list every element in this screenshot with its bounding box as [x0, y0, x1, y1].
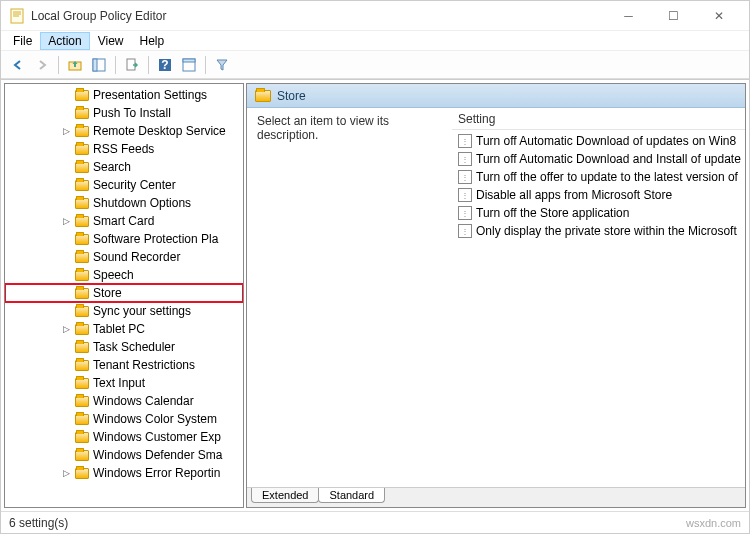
folder-icon	[75, 342, 89, 353]
tree-item[interactable]: Smart Card	[5, 212, 243, 230]
folder-icon	[75, 468, 89, 479]
setting-item[interactable]: ⋮Only display the private store within t…	[452, 222, 745, 240]
tree-item[interactable]: Sound Recorder	[5, 248, 243, 266]
tree-item-label: Sound Recorder	[93, 250, 180, 264]
tree-item[interactable]: Windows Calendar	[5, 392, 243, 410]
tree-pane: Presentation SettingsPush To InstallRemo…	[4, 83, 244, 508]
tree-item[interactable]: Windows Customer Exp	[5, 428, 243, 446]
menu-action[interactable]: Action	[40, 32, 89, 50]
tree-item-label: Task Scheduler	[93, 340, 175, 354]
policy-icon: ⋮	[458, 170, 472, 184]
tree-item[interactable]: Security Center	[5, 176, 243, 194]
tree-item[interactable]: Presentation Settings	[5, 86, 243, 104]
folder-icon	[75, 414, 89, 425]
statusbar: 6 setting(s) wsxdn.com	[1, 511, 749, 533]
maximize-button[interactable]: ☐	[651, 1, 696, 31]
tree-item-label: Tablet PC	[93, 322, 145, 336]
details-header: Store	[247, 84, 745, 108]
setting-label: Turn off the Store application	[476, 206, 629, 220]
setting-item[interactable]: ⋮Turn off Automatic Download and Install…	[452, 150, 745, 168]
tree-item-label: Search	[93, 160, 131, 174]
tree-item[interactable]: Windows Defender Sma	[5, 446, 243, 464]
policy-icon: ⋮	[458, 224, 472, 238]
folder-icon	[75, 234, 89, 245]
column-header-setting[interactable]: Setting	[452, 108, 745, 130]
status-text: 6 setting(s)	[9, 516, 68, 530]
folder-icon	[75, 360, 89, 371]
tree-item[interactable]: Tablet PC	[5, 320, 243, 338]
close-button[interactable]: ✕	[696, 1, 741, 31]
setting-item[interactable]: ⋮Turn off the offer to update to the lat…	[452, 168, 745, 186]
titlebar: Local Group Policy Editor ─ ☐ ✕	[1, 1, 749, 31]
details-heading: Store	[277, 89, 306, 103]
tree-item[interactable]: Windows Error Reportin	[5, 464, 243, 482]
menu-help[interactable]: Help	[132, 32, 173, 50]
setting-item[interactable]: ⋮Turn off Automatic Download of updates …	[452, 132, 745, 150]
tree-item[interactable]: Search	[5, 158, 243, 176]
app-icon	[9, 8, 25, 24]
minimize-button[interactable]: ─	[606, 1, 651, 31]
tree-item[interactable]: Sync your settings	[5, 302, 243, 320]
tree-item-label: Store	[93, 286, 122, 300]
export-button[interactable]	[121, 54, 143, 76]
tree-item[interactable]: Windows Color System	[5, 410, 243, 428]
help-button[interactable]: ?	[154, 54, 176, 76]
back-button[interactable]	[7, 54, 29, 76]
menu-file[interactable]: File	[5, 32, 40, 50]
forward-button[interactable]	[31, 54, 53, 76]
tree-item-label: Security Center	[93, 178, 176, 192]
folder-icon	[75, 450, 89, 461]
tree-item-label: RSS Feeds	[93, 142, 154, 156]
setting-label: Disable all apps from Microsoft Store	[476, 188, 672, 202]
tree-item[interactable]: Text Input	[5, 374, 243, 392]
description-panel: Select an item to view its description.	[247, 108, 452, 487]
setting-item[interactable]: ⋮Turn off the Store application	[452, 204, 745, 222]
folder-icon	[75, 324, 89, 335]
folder-icon	[75, 162, 89, 173]
tree-item[interactable]: RSS Feeds	[5, 140, 243, 158]
settings-list: Setting ⋮Turn off Automatic Download of …	[452, 108, 745, 487]
setting-item[interactable]: ⋮Disable all apps from Microsoft Store	[452, 186, 745, 204]
tree-item[interactable]: Push To Install	[5, 104, 243, 122]
tree-item[interactable]: Speech	[5, 266, 243, 284]
folder-icon	[75, 252, 89, 263]
folder-icon	[75, 126, 89, 137]
filter-button[interactable]	[211, 54, 233, 76]
toolbar: ?	[1, 51, 749, 79]
tree-item-label: Push To Install	[93, 106, 171, 120]
tree-item[interactable]: Task Scheduler	[5, 338, 243, 356]
tree-item[interactable]: Shutdown Options	[5, 194, 243, 212]
setting-label: Only display the private store within th…	[476, 224, 737, 238]
tree-item-label: Tenant Restrictions	[93, 358, 195, 372]
tree-item-label: Remote Desktop Service	[93, 124, 226, 138]
tree-item-label: Smart Card	[93, 214, 154, 228]
details-pane: Store Select an item to view its descrip…	[246, 83, 746, 508]
menu-view[interactable]: View	[90, 32, 132, 50]
tree-item-label: Windows Error Reportin	[93, 466, 220, 480]
tree-item-label: Text Input	[93, 376, 145, 390]
folder-icon	[75, 216, 89, 227]
tree-item[interactable]: Software Protection Pla	[5, 230, 243, 248]
up-folder-button[interactable]	[64, 54, 86, 76]
setting-label: Turn off Automatic Download of updates o…	[476, 134, 736, 148]
show-hide-tree-button[interactable]	[88, 54, 110, 76]
tree-item-label: Presentation Settings	[93, 88, 207, 102]
tree-item-label: Software Protection Pla	[93, 232, 218, 246]
policy-icon: ⋮	[458, 188, 472, 202]
tree-item-label: Shutdown Options	[93, 196, 191, 210]
folder-icon	[255, 90, 271, 102]
tab-standard[interactable]: Standard	[318, 488, 385, 503]
tree-item[interactable]: Remote Desktop Service	[5, 122, 243, 140]
tab-extended[interactable]: Extended	[251, 488, 319, 503]
settings-scroll[interactable]: ⋮Turn off Automatic Download of updates …	[452, 130, 745, 487]
tree-item[interactable]: Store	[5, 284, 243, 302]
policy-icon: ⋮	[458, 134, 472, 148]
tree-item-label: Windows Customer Exp	[93, 430, 221, 444]
menubar: File Action View Help	[1, 31, 749, 51]
folder-icon	[75, 288, 89, 299]
properties-button[interactable]	[178, 54, 200, 76]
tree-item[interactable]: Tenant Restrictions	[5, 356, 243, 374]
window-title: Local Group Policy Editor	[31, 9, 606, 23]
tree-scroll[interactable]: Presentation SettingsPush To InstallRemo…	[5, 84, 243, 507]
folder-icon	[75, 378, 89, 389]
